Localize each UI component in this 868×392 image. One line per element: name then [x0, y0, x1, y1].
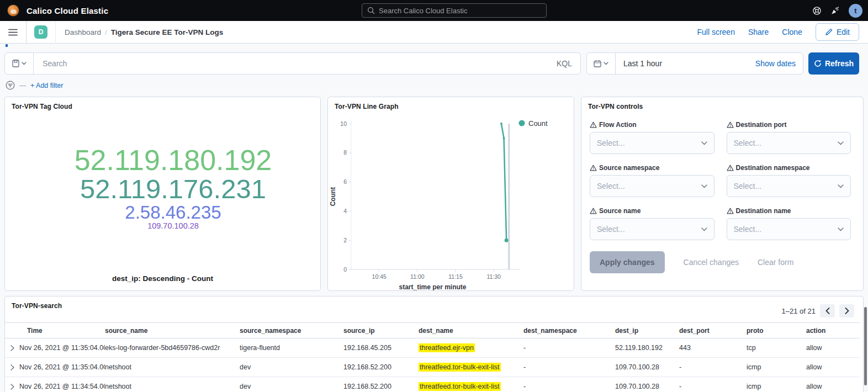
line-chart[interactable]: 024681010:4511:0011:1511:30Countstart_ti… — [328, 108, 574, 290]
tag-cloud-panel: Tor-VPN Tag Cloud 52.119.180.19252.119.1… — [4, 97, 321, 291]
log-table: Time source_name source_namespace source… — [5, 322, 860, 392]
date-picker[interactable]: Last 1 hour Show dates — [586, 52, 803, 75]
tag-cloud-term[interactable]: 109.70.100.28 — [147, 222, 199, 230]
previous-page-button[interactable] — [820, 304, 835, 317]
cell-dest-ip: 109.70.100.28 — [615, 377, 679, 392]
full-screen-button[interactable]: Full screen — [697, 28, 734, 36]
cell-action: allow — [806, 377, 860, 392]
table-row: Nov 26, 2021 @ 11:34:54.000 netshoot dev… — [5, 377, 860, 392]
breadcrumb: Dashboard / Tigera Secure EE Tor-VPN Log… — [65, 28, 223, 36]
control-field-label: Source name — [599, 207, 641, 215]
global-header: Calico Cloud Elastic Search Calico Cloud… — [0, 0, 868, 21]
cell-source-ip: 192.168.45.205 — [343, 338, 419, 358]
page-title: Tigera Secure EE Tor-VPN Logs — [111, 28, 224, 36]
date-quick-select-button[interactable] — [587, 53, 616, 74]
select-placeholder: Select... — [597, 182, 625, 190]
global-search-input[interactable]: Search Calico Cloud Elastic — [362, 3, 547, 18]
show-dates-button[interactable]: Show dates — [755, 59, 796, 68]
cell-time: Nov 26, 2021 @ 11:35:04.000 — [19, 338, 105, 358]
chevron-down-icon — [701, 227, 707, 231]
clear-form-button[interactable]: Clear form — [758, 258, 793, 267]
svg-text:11:15: 11:15 — [448, 273, 463, 280]
hamburger-menu-icon[interactable] — [0, 21, 27, 44]
cell-dest-ip: 109.70.100.28 — [615, 358, 679, 377]
app-title: Calico Cloud Elastic — [27, 6, 108, 15]
tag-cloud-term[interactable]: 2.58.46.235 — [125, 203, 221, 222]
user-avatar[interactable]: t — [849, 4, 862, 18]
warning-triangle-icon — [590, 208, 597, 214]
svg-text:8: 8 — [343, 149, 347, 156]
svg-text:0: 0 — [343, 266, 347, 273]
row-expand-chevron-icon[interactable] — [5, 377, 19, 392]
column-header-dest-port[interactable]: dest_port — [679, 323, 747, 338]
apply-changes-button[interactable]: Apply changes — [590, 251, 665, 273]
control-select[interactable]: Select... — [590, 132, 714, 154]
column-header-source-name[interactable]: source_name — [105, 323, 240, 338]
cell-source-namespace: tigera-fluentd — [240, 338, 343, 358]
svg-text:start_time per minute: start_time per minute — [399, 283, 466, 290]
calendar-icon — [594, 60, 601, 67]
edit-button[interactable]: Edit — [816, 23, 859, 41]
chevron-down-icon — [22, 62, 27, 65]
kql-search-bar[interactable]: Search KQL — [4, 52, 581, 75]
panel-title: Tor-VPN Tag Cloud — [5, 97, 320, 110]
control-field-label: Destination name — [736, 207, 791, 215]
select-placeholder: Select... — [597, 139, 625, 147]
cell-proto: icmp — [747, 377, 806, 392]
kql-syntax-toggle[interactable]: KQL — [557, 59, 572, 68]
refresh-button[interactable]: Refresh — [808, 52, 859, 75]
column-header-dest-namespace[interactable]: dest_namespace — [523, 323, 615, 338]
query-input-placeholder[interactable]: Search — [43, 59, 67, 68]
calico-logo-icon — [7, 4, 19, 17]
breadcrumb-dashboard-link[interactable]: Dashboard — [65, 28, 101, 36]
filter-icon[interactable] — [6, 81, 15, 90]
chevron-down-icon — [838, 184, 844, 188]
cancel-changes-button[interactable]: Cancel changes — [684, 258, 739, 267]
svg-text:11:30: 11:30 — [486, 273, 501, 280]
svg-text:2: 2 — [343, 237, 347, 243]
tag-cloud-term[interactable]: 52.119.180.192 — [75, 145, 272, 175]
column-header-proto[interactable]: proto — [747, 323, 806, 338]
cell-action: allow — [806, 358, 860, 377]
cell-source-name: netshoot — [105, 358, 240, 377]
time-range-value[interactable]: Last 1 hour — [623, 59, 662, 68]
svg-text:Count: Count — [528, 119, 548, 128]
column-header-dest-name[interactable]: dest_name — [419, 323, 523, 338]
column-header-source-ip[interactable]: source_ip — [343, 323, 419, 338]
column-header-time[interactable]: Time — [19, 323, 105, 338]
cell-source-name: netshoot — [105, 377, 240, 392]
control-select[interactable]: Select... — [727, 175, 851, 197]
share-button[interactable]: Share — [748, 28, 769, 36]
svg-text:11:00: 11:00 — [410, 273, 425, 280]
column-header-source-namespace[interactable]: source_namespace — [240, 323, 343, 338]
next-page-button[interactable] — [839, 304, 854, 317]
cell-dest-name: threatfeed.tor-bulk-exit-list — [419, 358, 523, 377]
clone-button[interactable]: Clone — [782, 28, 802, 36]
control-select[interactable]: Select... — [727, 132, 851, 154]
highlighted-dest-name: threatfeed.tor-bulk-exit-list — [419, 382, 501, 391]
row-expand-chevron-icon[interactable] — [5, 358, 19, 377]
cell-proto: icmp — [747, 358, 806, 377]
tag-cloud: 52.119.180.19252.119.176.2312.58.46.2351… — [5, 109, 320, 266]
control-field: Flow ActionSelect... — [590, 121, 714, 154]
cell-time: Nov 26, 2021 @ 11:35:04.000 — [19, 358, 105, 377]
refresh-icon — [814, 60, 822, 67]
column-header-dest-ip[interactable]: dest_ip — [615, 323, 679, 338]
warning-triangle-icon — [727, 121, 734, 128]
filter-dash: — — [19, 82, 26, 89]
table-scrollbar-thumb[interactable] — [864, 307, 867, 385]
tag-cloud-term[interactable]: 52.119.176.231 — [80, 175, 266, 203]
control-select[interactable]: Select... — [590, 175, 714, 197]
add-filter-button[interactable]: + Add filter — [30, 82, 63, 89]
help-lifebuoy-icon[interactable] — [812, 6, 822, 15]
row-expand-chevron-icon[interactable] — [5, 338, 19, 358]
column-header-action[interactable]: action — [806, 323, 860, 338]
cell-dest-namespace: - — [523, 377, 615, 392]
cell-dest-ip: 52.119.180.192 — [615, 338, 679, 358]
control-select[interactable]: Select... — [590, 218, 714, 240]
highlighted-dest-name: threatfeed.tor-bulk-exit-list — [419, 363, 501, 372]
saved-query-menu-button[interactable] — [5, 53, 34, 74]
select-placeholder: Select... — [734, 182, 762, 190]
control-select[interactable]: Select... — [727, 218, 851, 240]
newsfeed-party-popper-icon[interactable] — [830, 6, 840, 15]
